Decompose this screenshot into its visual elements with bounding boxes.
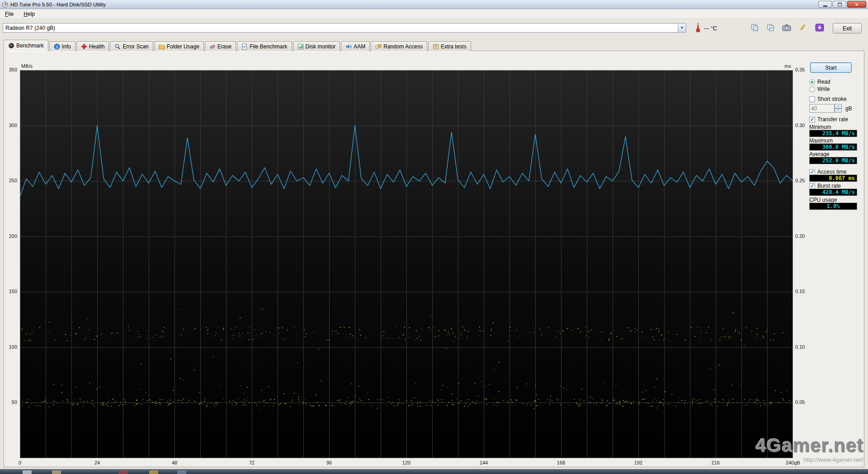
random-access-icon [375, 43, 382, 50]
tab-label: Disk monitor [306, 43, 336, 50]
tab-random-access[interactable]: Random Access [371, 41, 427, 51]
read-radio[interactable] [809, 79, 815, 85]
taskbar-item [52, 470, 61, 474]
tab-label: Folder Usage [167, 43, 199, 50]
copy-pages-button[interactable] [748, 22, 761, 34]
taskbar-item [119, 470, 128, 474]
tab-info[interactable]: i Info [49, 41, 75, 51]
toolbar: Radeon R7 (240 gB) ▼ --- °C Exit [0, 19, 868, 38]
transfer-rate-label: Transfer rate [817, 116, 848, 123]
drive-selector[interactable]: Radeon R7 (240 gB) ▼ [3, 23, 686, 33]
folder-usage-icon [159, 43, 165, 50]
short-stroke-size-input[interactable] [809, 104, 835, 113]
title-bar: HD Tune Pro 5.50 - Hard Disk/SSD Utility… [0, 0, 868, 9]
tab-disk-monitor[interactable]: Disk monitor [293, 41, 340, 51]
tab-label: Extra tests [441, 43, 467, 50]
hd-tune-window: HD Tune Pro 5.50 - Hard Disk/SSD Utility… [0, 0, 868, 474]
tab-folder-usage[interactable]: Folder Usage [154, 41, 204, 51]
minimum-label: Minimum [809, 124, 831, 130]
menu-help[interactable]: Help [23, 10, 36, 18]
tab-label: File Benchmark [250, 43, 287, 50]
info-icon: i [54, 43, 60, 50]
maximize-icon [838, 3, 842, 6]
transfer-rate-checkbox[interactable] [809, 117, 815, 123]
download-icon [815, 24, 824, 33]
exit-button[interactable]: Exit [833, 23, 862, 33]
access-time-label: Access time [817, 169, 847, 175]
file-benchmark-icon [241, 43, 248, 50]
average-label: Average [809, 151, 829, 157]
aam-icon [345, 43, 352, 50]
spinner-down-icon[interactable]: ▼ [835, 109, 842, 113]
watermark-url: http://www.4gamer.net/ [755, 456, 863, 463]
taskbar-item [177, 470, 186, 474]
screenshot-button[interactable] [780, 22, 793, 34]
tab-health[interactable]: Health [76, 41, 109, 51]
erase-icon [209, 43, 216, 50]
minimum-value: 235.4 MB/s [809, 130, 857, 137]
chevron-down-icon[interactable]: ▼ [678, 24, 686, 32]
copy-pages-icon [751, 24, 759, 33]
write-radio-label: Write [817, 86, 830, 92]
watermark-logo: 4Gamer.net [755, 436, 863, 455]
minimize-button[interactable] [818, 1, 832, 8]
tab-aam[interactable]: AAM [341, 41, 370, 51]
options-button[interactable] [796, 22, 809, 34]
temperature-readout: --- °C [704, 25, 717, 32]
menu-bar: File Help [0, 9, 868, 19]
cpu-usage-label: CPU usage [809, 197, 837, 203]
tab-label: Benchmark [16, 43, 44, 49]
tab-benchmark[interactable]: Benchmark [4, 40, 48, 51]
watermark: 4Gamer.net http://www.4gamer.net/ [755, 436, 863, 463]
window-title: HD Tune Pro 5.50 - Hard Disk/SSD Utility [10, 2, 106, 7]
tab-label: Random Access [383, 43, 423, 50]
cpu-usage-value: 1.8% [809, 203, 857, 210]
maximize-button[interactable] [833, 1, 846, 8]
benchmark-chart [20, 70, 793, 458]
save-results-button[interactable] [813, 22, 826, 34]
error-scan-icon [114, 43, 121, 50]
short-stroke-unit-label: gB [845, 105, 852, 112]
short-stroke-checkbox[interactable] [809, 96, 815, 102]
drive-selector-value: Radeon R7 (240 gB) [3, 25, 678, 31]
read-option: Read [809, 79, 830, 85]
menu-file[interactable]: File [4, 10, 14, 18]
tab-extra-tests[interactable]: Extra tests [428, 41, 471, 51]
hd-tune-app-icon [2, 1, 8, 8]
tab-label: Health [89, 43, 105, 50]
svg-text:i: i [56, 44, 57, 49]
spinner-up-icon[interactable]: ▲ [835, 104, 842, 109]
camera-icon [782, 24, 791, 33]
close-button[interactable]: × [847, 1, 866, 8]
burst-rate-value: 420.4 MB/s [809, 189, 857, 196]
health-icon [81, 43, 87, 50]
access-time-option: Access time [809, 169, 847, 175]
benchmark-controls: Start Read Write Short stroke ▲ ▼ gB Tra… [808, 62, 859, 214]
taskbar-item [23, 470, 32, 474]
burst-rate-option: Burst rate [809, 183, 841, 189]
tab-file-benchmark[interactable]: File Benchmark [237, 41, 292, 51]
access-time-checkbox[interactable] [809, 169, 815, 175]
read-radio-label: Read [817, 79, 830, 85]
taskbar-item [149, 470, 158, 474]
short-stroke-label: Short stroke [817, 96, 847, 102]
tab-error-scan[interactable]: Error Scan [110, 41, 153, 51]
tab-label: AAM [354, 43, 365, 50]
tab-label: Info [62, 43, 71, 50]
write-radio[interactable] [809, 86, 815, 92]
tab-erase[interactable]: Erase [205, 41, 236, 51]
maximum-value: 300.8 MB/s [809, 143, 857, 151]
short-stroke-option: Short stroke [809, 96, 847, 102]
short-stroke-spinner: ▲ ▼ [835, 104, 842, 113]
access-time-value: 0.067 ms [809, 175, 857, 182]
thermometer-icon [695, 22, 701, 34]
copy-report-icon [767, 24, 775, 33]
taskbar-sliver [0, 469, 868, 474]
burst-rate-checkbox[interactable] [809, 183, 815, 189]
tab-strip: Benchmark i Info Health Error Scan Folde… [4, 40, 472, 51]
minimize-icon [823, 5, 827, 7]
copy-report-button[interactable] [764, 22, 777, 34]
start-button[interactable]: Start [810, 62, 852, 73]
tab-label: Error Scan [123, 43, 148, 50]
burst-rate-label: Burst rate [817, 183, 841, 189]
